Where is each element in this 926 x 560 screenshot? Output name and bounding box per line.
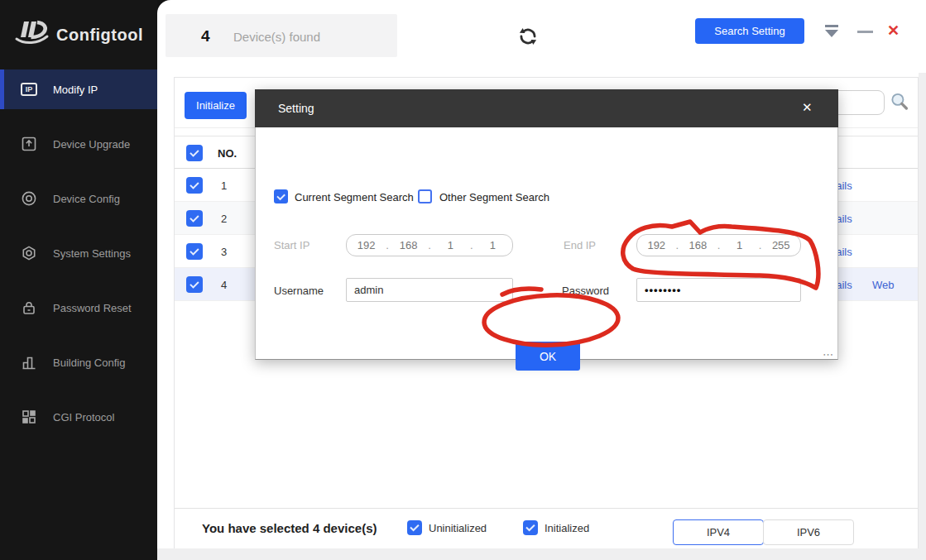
username-label: Username [274,285,324,297]
row-checkbox[interactable] [186,210,203,227]
dialog-title: Setting [278,102,314,115]
sidebar-item-label: System Settings [53,247,131,260]
end-ip-label: End IP [564,239,596,251]
cgi-protocol-icon [20,408,38,426]
current-segment-label: Current Segment Search [295,191,414,203]
brand-name: Configtool [56,26,143,45]
configtool-window: Configtool IP Modify IP Device Upgrade [0,0,926,560]
sidebar-item-building-config[interactable]: Building Config [0,342,157,382]
ok-button[interactable]: OK [516,342,580,371]
ip-octet[interactable]: 192 [347,239,386,251]
setting-dialog: Setting ✕ Current Segment Search Other S… [255,89,838,360]
sidebar-item-label: Device Config [53,193,120,205]
row-checkbox[interactable] [186,243,203,260]
sidebar-item-system-settings[interactable]: System Settings [0,233,157,273]
sidebar-item-label: Device Upgrade [53,138,130,151]
resize-grip[interactable]: ⋯ [823,348,834,361]
ip-octet[interactable]: 1 [473,239,512,251]
selected-count-text: You have selected 4 device(s) [202,521,377,535]
building-config-icon [20,353,38,371]
web-link[interactable]: Web [872,279,895,291]
start-ip-field[interactable]: 192 . 168 . 1 . 1 [346,234,513,256]
end-ip-field[interactable]: 192 . 168 . 1 . 255 [636,234,801,256]
row-checkbox[interactable] [186,177,203,194]
sidebar-item-device-config[interactable]: Device Config [0,179,157,218]
close-window-icon[interactable]: ✕ [887,22,900,40]
sidebar: Configtool IP Modify IP Device Upgrade [0,0,157,560]
right-margin [919,73,926,560]
setting-dialog-titlebar[interactable]: Setting ✕ [255,89,838,127]
other-segment-label: Other Segment Search [439,191,549,203]
sidebar-item-label: CGI Protocol [53,411,114,424]
uninitialized-checkbox[interactable] [407,520,422,535]
brand-logo-icon [13,18,51,51]
collapse-panel-icon[interactable] [824,25,839,38]
username-field[interactable] [346,278,513,302]
device-upgrade-icon [20,135,38,153]
row-number: 3 [221,246,227,258]
current-segment-checkbox[interactable] [274,189,288,203]
sidebar-item-device-upgrade[interactable]: Device Upgrade [0,124,157,164]
bottom-margin [157,548,926,560]
select-all-checkbox[interactable] [186,145,203,161]
logo-area: Configtool [0,0,157,69]
initialized-label: Initialized [545,522,589,534]
password-reset-icon [20,299,38,317]
dialog-close-icon[interactable]: ✕ [802,100,813,115]
minimize-icon[interactable] [857,31,873,33]
initialized-checkbox[interactable] [523,520,538,535]
sidebar-item-modify-ip[interactable]: IP Modify IP [0,69,157,109]
setting-dialog-body: Current Segment Search Other Segment Sea… [255,127,838,360]
password-field[interactable] [636,278,801,302]
row-checkbox[interactable] [186,276,203,293]
devices-found-box: 4 Device(s) found [166,14,397,57]
row-number: 2 [221,213,227,225]
uninitialized-label: Uninitialized [429,522,487,534]
ip-octet[interactable]: 255 [761,239,800,251]
initialize-button[interactable]: Initialize [185,92,247,119]
sidebar-item-cgi-protocol[interactable]: CGI Protocol [0,397,157,437]
ip-octet[interactable]: 168 [679,239,717,251]
ip-octet[interactable]: 192 [637,239,676,251]
refresh-icon[interactable] [516,25,540,48]
ip-octet[interactable]: 168 [389,239,428,251]
ipv6-button[interactable]: IPV6 [763,519,854,545]
sidebar-item-password-reset[interactable]: Password Reset [0,288,157,328]
device-found-label: Device(s) found [233,30,320,44]
ipv4-button[interactable]: IPV4 [673,519,764,545]
search-setting-button[interactable]: Search Setting [695,18,804,44]
sidebar-item-label: Password Reset [53,302,132,314]
system-settings-icon [20,244,38,262]
selection-footer: You have selected 4 device(s) Uninitiali… [175,508,918,548]
start-ip-label: Start IP [274,239,309,251]
device-config-icon [20,189,38,208]
other-segment-checkbox[interactable] [418,189,432,203]
row-number: 1 [221,179,227,192]
column-header-no: NO. [218,147,237,160]
sidebar-item-label: Modify IP [53,84,98,96]
sidebar-item-label: Building Config [53,357,125,369]
ip-octet[interactable]: 1 [720,239,759,251]
row-number: 4 [221,279,227,291]
password-label: Password [562,285,609,297]
modify-ip-icon: IP [20,80,38,98]
ip-octet[interactable]: 1 [431,239,470,251]
search-icon[interactable] [889,91,911,113]
device-count: 4 [201,27,210,45]
